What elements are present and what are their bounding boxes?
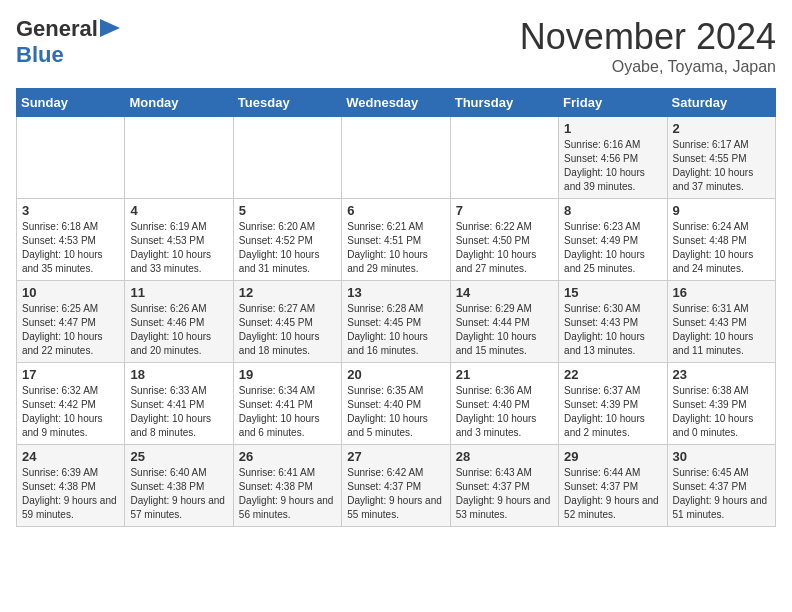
day-info: Sunrise: 6:37 AM Sunset: 4:39 PM Dayligh… — [564, 384, 661, 440]
day-info: Sunrise: 6:16 AM Sunset: 4:56 PM Dayligh… — [564, 138, 661, 194]
day-cell: 19Sunrise: 6:34 AM Sunset: 4:41 PM Dayli… — [233, 363, 341, 445]
day-cell: 21Sunrise: 6:36 AM Sunset: 4:40 PM Dayli… — [450, 363, 558, 445]
day-number: 15 — [564, 285, 661, 300]
day-cell: 30Sunrise: 6:45 AM Sunset: 4:37 PM Dayli… — [667, 445, 775, 527]
day-number: 12 — [239, 285, 336, 300]
day-cell: 1Sunrise: 6:16 AM Sunset: 4:56 PM Daylig… — [559, 117, 667, 199]
day-info: Sunrise: 6:43 AM Sunset: 4:37 PM Dayligh… — [456, 466, 553, 522]
day-info: Sunrise: 6:27 AM Sunset: 4:45 PM Dayligh… — [239, 302, 336, 358]
day-info: Sunrise: 6:42 AM Sunset: 4:37 PM Dayligh… — [347, 466, 444, 522]
header-thursday: Thursday — [450, 89, 558, 117]
day-cell: 13Sunrise: 6:28 AM Sunset: 4:45 PM Dayli… — [342, 281, 450, 363]
day-cell — [125, 117, 233, 199]
day-cell: 3Sunrise: 6:18 AM Sunset: 4:53 PM Daylig… — [17, 199, 125, 281]
week-row-1: 1Sunrise: 6:16 AM Sunset: 4:56 PM Daylig… — [17, 117, 776, 199]
day-number: 5 — [239, 203, 336, 218]
day-info: Sunrise: 6:39 AM Sunset: 4:38 PM Dayligh… — [22, 466, 119, 522]
day-number: 8 — [564, 203, 661, 218]
day-info: Sunrise: 6:19 AM Sunset: 4:53 PM Dayligh… — [130, 220, 227, 276]
day-info: Sunrise: 6:29 AM Sunset: 4:44 PM Dayligh… — [456, 302, 553, 358]
day-number: 22 — [564, 367, 661, 382]
header-row: SundayMondayTuesdayWednesdayThursdayFrid… — [17, 89, 776, 117]
day-cell: 20Sunrise: 6:35 AM Sunset: 4:40 PM Dayli… — [342, 363, 450, 445]
svg-marker-0 — [100, 19, 120, 37]
day-cell: 15Sunrise: 6:30 AM Sunset: 4:43 PM Dayli… — [559, 281, 667, 363]
week-row-5: 24Sunrise: 6:39 AM Sunset: 4:38 PM Dayli… — [17, 445, 776, 527]
day-info: Sunrise: 6:20 AM Sunset: 4:52 PM Dayligh… — [239, 220, 336, 276]
day-cell: 9Sunrise: 6:24 AM Sunset: 4:48 PM Daylig… — [667, 199, 775, 281]
day-number: 16 — [673, 285, 770, 300]
day-cell: 27Sunrise: 6:42 AM Sunset: 4:37 PM Dayli… — [342, 445, 450, 527]
day-info: Sunrise: 6:44 AM Sunset: 4:37 PM Dayligh… — [564, 466, 661, 522]
day-number: 29 — [564, 449, 661, 464]
day-number: 4 — [130, 203, 227, 218]
day-info: Sunrise: 6:26 AM Sunset: 4:46 PM Dayligh… — [130, 302, 227, 358]
day-number: 17 — [22, 367, 119, 382]
day-number: 19 — [239, 367, 336, 382]
page-header: General Blue November 2024 Oyabe, Toyama… — [16, 16, 776, 76]
day-cell: 7Sunrise: 6:22 AM Sunset: 4:50 PM Daylig… — [450, 199, 558, 281]
calendar-header: SundayMondayTuesdayWednesdayThursdayFrid… — [17, 89, 776, 117]
day-cell: 2Sunrise: 6:17 AM Sunset: 4:55 PM Daylig… — [667, 117, 775, 199]
header-tuesday: Tuesday — [233, 89, 341, 117]
logo: General Blue — [16, 16, 120, 68]
day-cell: 17Sunrise: 6:32 AM Sunset: 4:42 PM Dayli… — [17, 363, 125, 445]
logo-blue: Blue — [16, 42, 64, 67]
day-info: Sunrise: 6:31 AM Sunset: 4:43 PM Dayligh… — [673, 302, 770, 358]
day-info: Sunrise: 6:23 AM Sunset: 4:49 PM Dayligh… — [564, 220, 661, 276]
day-cell: 26Sunrise: 6:41 AM Sunset: 4:38 PM Dayli… — [233, 445, 341, 527]
day-cell — [342, 117, 450, 199]
day-cell: 23Sunrise: 6:38 AM Sunset: 4:39 PM Dayli… — [667, 363, 775, 445]
day-cell: 12Sunrise: 6:27 AM Sunset: 4:45 PM Dayli… — [233, 281, 341, 363]
day-info: Sunrise: 6:33 AM Sunset: 4:41 PM Dayligh… — [130, 384, 227, 440]
day-info: Sunrise: 6:30 AM Sunset: 4:43 PM Dayligh… — [564, 302, 661, 358]
header-saturday: Saturday — [667, 89, 775, 117]
day-cell — [450, 117, 558, 199]
week-row-2: 3Sunrise: 6:18 AM Sunset: 4:53 PM Daylig… — [17, 199, 776, 281]
day-number: 11 — [130, 285, 227, 300]
calendar-table: SundayMondayTuesdayWednesdayThursdayFrid… — [16, 88, 776, 527]
day-cell — [17, 117, 125, 199]
day-number: 7 — [456, 203, 553, 218]
day-number: 14 — [456, 285, 553, 300]
day-cell: 4Sunrise: 6:19 AM Sunset: 4:53 PM Daylig… — [125, 199, 233, 281]
day-cell: 5Sunrise: 6:20 AM Sunset: 4:52 PM Daylig… — [233, 199, 341, 281]
location: Oyabe, Toyama, Japan — [520, 58, 776, 76]
day-info: Sunrise: 6:17 AM Sunset: 4:55 PM Dayligh… — [673, 138, 770, 194]
day-number: 24 — [22, 449, 119, 464]
title-block: November 2024 Oyabe, Toyama, Japan — [520, 16, 776, 76]
day-cell: 18Sunrise: 6:33 AM Sunset: 4:41 PM Dayli… — [125, 363, 233, 445]
logo-arrow-icon — [100, 19, 120, 41]
day-cell: 29Sunrise: 6:44 AM Sunset: 4:37 PM Dayli… — [559, 445, 667, 527]
day-number: 28 — [456, 449, 553, 464]
day-number: 6 — [347, 203, 444, 218]
header-friday: Friday — [559, 89, 667, 117]
week-row-4: 17Sunrise: 6:32 AM Sunset: 4:42 PM Dayli… — [17, 363, 776, 445]
day-cell — [233, 117, 341, 199]
month-title: November 2024 — [520, 16, 776, 58]
day-info: Sunrise: 6:45 AM Sunset: 4:37 PM Dayligh… — [673, 466, 770, 522]
day-number: 20 — [347, 367, 444, 382]
day-cell: 25Sunrise: 6:40 AM Sunset: 4:38 PM Dayli… — [125, 445, 233, 527]
day-info: Sunrise: 6:32 AM Sunset: 4:42 PM Dayligh… — [22, 384, 119, 440]
day-number: 9 — [673, 203, 770, 218]
day-info: Sunrise: 6:35 AM Sunset: 4:40 PM Dayligh… — [347, 384, 444, 440]
day-info: Sunrise: 6:24 AM Sunset: 4:48 PM Dayligh… — [673, 220, 770, 276]
day-number: 23 — [673, 367, 770, 382]
day-cell: 11Sunrise: 6:26 AM Sunset: 4:46 PM Dayli… — [125, 281, 233, 363]
day-number: 21 — [456, 367, 553, 382]
day-number: 30 — [673, 449, 770, 464]
day-number: 3 — [22, 203, 119, 218]
day-number: 13 — [347, 285, 444, 300]
day-info: Sunrise: 6:41 AM Sunset: 4:38 PM Dayligh… — [239, 466, 336, 522]
day-info: Sunrise: 6:28 AM Sunset: 4:45 PM Dayligh… — [347, 302, 444, 358]
day-info: Sunrise: 6:38 AM Sunset: 4:39 PM Dayligh… — [673, 384, 770, 440]
day-cell: 8Sunrise: 6:23 AM Sunset: 4:49 PM Daylig… — [559, 199, 667, 281]
day-number: 10 — [22, 285, 119, 300]
day-info: Sunrise: 6:34 AM Sunset: 4:41 PM Dayligh… — [239, 384, 336, 440]
day-info: Sunrise: 6:18 AM Sunset: 4:53 PM Dayligh… — [22, 220, 119, 276]
day-cell: 28Sunrise: 6:43 AM Sunset: 4:37 PM Dayli… — [450, 445, 558, 527]
header-sunday: Sunday — [17, 89, 125, 117]
day-info: Sunrise: 6:36 AM Sunset: 4:40 PM Dayligh… — [456, 384, 553, 440]
day-number: 25 — [130, 449, 227, 464]
